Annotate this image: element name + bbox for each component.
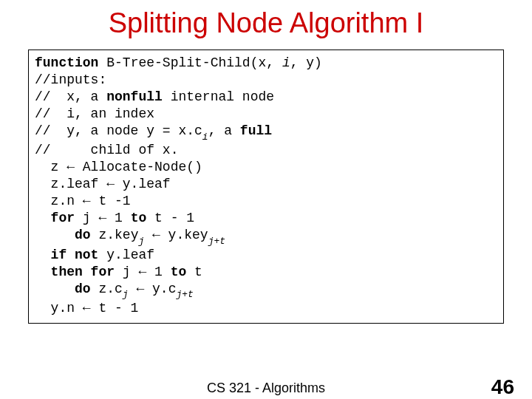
code-line: function B-Tree-Split-Child(x, i, y) (35, 55, 322, 70)
footer-text: CS 321 - Algorithms (0, 381, 532, 396)
code-line: //inputs: (35, 72, 106, 87)
code-line: if not y.leaf (35, 248, 154, 262)
slide-title: Splitting Node Algorithm I (0, 7, 532, 39)
code-line: // x, a nonfull internal node (35, 89, 274, 104)
code-line: // child of x. (35, 143, 178, 157)
code-line: // i, an index (35, 106, 154, 121)
code-line: for j ← 1 to t - 1 (35, 211, 194, 225)
code-line: do z.keyj ← y.keyj+t (35, 228, 225, 242)
slide: Splitting Node Algorithm I function B-Tr… (0, 7, 532, 399)
code-line: do z.cj ← y.cj+t (35, 282, 194, 296)
code-line: z.leaf ← y.leaf (35, 177, 171, 191)
code-line: z.n ← t -1 (35, 194, 131, 208)
code-line: z ← Allocate-Node() (35, 160, 202, 174)
code-line: y.n ← t - 1 (35, 301, 138, 316)
page-number: 46 (491, 375, 514, 399)
code-line: // y, a node y = x.ci, a full (35, 123, 272, 138)
code-line: then for j ← 1 to t (35, 265, 202, 279)
algorithm-box: function B-Tree-Split-Child(x, i, y) //i… (28, 50, 504, 324)
